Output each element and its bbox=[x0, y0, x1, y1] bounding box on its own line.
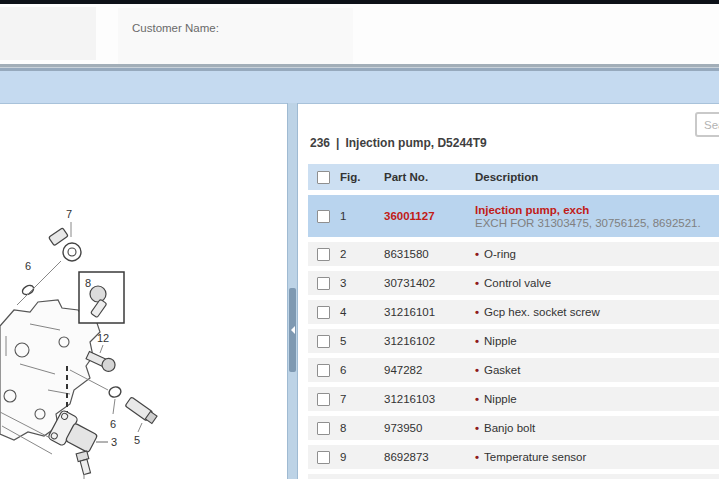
table-row[interactable]: 136001127Injection pump, exchEXCH FOR 31… bbox=[308, 195, 719, 237]
injection-pump-diagram: 7 6 8 12 bbox=[0, 104, 287, 479]
table-row[interactable]: 731216103•Nipple bbox=[308, 387, 719, 411]
diagram-panel: 7 6 8 12 bbox=[0, 103, 287, 479]
table-row[interactable]: 531216102•Nipple bbox=[308, 329, 719, 353]
customer-name-label: Customer Name: bbox=[132, 22, 219, 34]
table-row[interactable]: 28631580•O-ring bbox=[308, 242, 719, 266]
part-description: •Gasket bbox=[475, 364, 719, 376]
bullet-icon: • bbox=[475, 248, 479, 260]
row-checkbox[interactable] bbox=[317, 393, 330, 406]
part-number: 973950 bbox=[384, 422, 475, 434]
o-ring-drawing bbox=[108, 385, 123, 399]
bullet-icon: • bbox=[475, 306, 479, 318]
part-number: 31216101 bbox=[384, 306, 475, 318]
column-header-description: Description bbox=[475, 171, 719, 183]
part-description: •Nipple bbox=[475, 335, 719, 347]
part-number: 30731402 bbox=[384, 277, 475, 289]
part-description: •O-ring bbox=[475, 248, 719, 260]
table-row[interactable]: 431216101•Gcp hex. socket screw bbox=[308, 300, 719, 324]
column-header-part: Part No. bbox=[384, 171, 475, 183]
part-description: •Control valve bbox=[475, 277, 719, 289]
parts-list-panel: 236|Injection pump, D5244T9 Fig. Part No… bbox=[298, 103, 719, 479]
callout-5: 5 bbox=[134, 434, 140, 446]
row-checkbox[interactable] bbox=[317, 422, 330, 435]
bullet-icon: • bbox=[475, 451, 479, 463]
fig-number: 5 bbox=[340, 335, 384, 347]
part-description: Injection pump, exchEXCH FOR 31303475, 3… bbox=[475, 203, 719, 230]
part-description: •Temperature sensor bbox=[475, 451, 719, 463]
table-row[interactable]: 10947283•Gasket bbox=[308, 474, 719, 479]
part-description: •Banjo bolt bbox=[475, 422, 719, 434]
part-number: 947282 bbox=[384, 364, 475, 376]
exchange-note: EXCH FOR 31303475, 30756125, 8692521. bbox=[475, 217, 719, 230]
callout-7: 7 bbox=[66, 208, 72, 220]
bullet-icon: • bbox=[475, 335, 479, 347]
callout-8: 8 bbox=[85, 277, 91, 289]
column-header-fig: Fig. bbox=[340, 171, 384, 183]
row-checkbox[interactable] bbox=[317, 306, 330, 319]
callout-6-upper: 6 bbox=[25, 260, 31, 272]
part-number: 31216102 bbox=[384, 335, 475, 347]
part-number: 31216103 bbox=[384, 393, 475, 405]
table-row[interactable]: 98692873•Temperature sensor bbox=[308, 445, 719, 469]
section-name: Injection pump, D5244T9 bbox=[345, 136, 486, 150]
customer-info-box: Customer Name: bbox=[118, 8, 353, 64]
row-checkbox[interactable] bbox=[317, 277, 330, 290]
table-row[interactable]: 330731402•Control valve bbox=[308, 271, 719, 295]
toolbar-band bbox=[0, 68, 719, 103]
row-checkbox[interactable] bbox=[317, 451, 330, 464]
fig-number: 7 bbox=[340, 393, 384, 405]
bullet-icon: • bbox=[475, 364, 479, 376]
row-checkbox[interactable] bbox=[317, 210, 330, 223]
top-left-panel bbox=[0, 7, 96, 60]
bullet-icon: • bbox=[475, 422, 479, 434]
table-row[interactable]: 8973950•Banjo bolt bbox=[308, 416, 719, 440]
part-number: 8631580 bbox=[384, 248, 475, 260]
splitter-drag-handle[interactable] bbox=[289, 288, 296, 372]
parts-table: Fig. Part No. Description 136001127Injec… bbox=[308, 164, 719, 479]
row-checkbox[interactable] bbox=[317, 364, 330, 377]
section-title: 236|Injection pump, D5244T9 bbox=[310, 136, 487, 150]
table-header-row: Fig. Part No. Description bbox=[308, 164, 719, 190]
fig-number: 2 bbox=[340, 248, 384, 260]
search-input[interactable] bbox=[695, 112, 719, 137]
callout-6-lower: 6 bbox=[110, 418, 116, 430]
callout-3: 3 bbox=[111, 436, 117, 448]
fig-number: 4 bbox=[340, 306, 384, 318]
table-row[interactable]: 6947282•Gasket bbox=[308, 358, 719, 382]
section-separator: | bbox=[336, 136, 339, 150]
row-checkbox[interactable] bbox=[317, 335, 330, 348]
bullet-icon: • bbox=[475, 393, 479, 405]
table-body: 136001127Injection pump, exchEXCH FOR 31… bbox=[308, 195, 719, 479]
section-number: 236 bbox=[310, 136, 330, 150]
part-description: •Nipple bbox=[475, 393, 719, 405]
panel-splitter[interactable] bbox=[287, 103, 298, 479]
main-content: 7 6 8 12 bbox=[0, 103, 719, 479]
part-number: 36001127 bbox=[384, 210, 475, 222]
fig-number: 1 bbox=[340, 210, 384, 222]
fig-number: 6 bbox=[340, 364, 384, 376]
row-checkbox[interactable] bbox=[317, 248, 330, 261]
select-all-checkbox[interactable] bbox=[317, 171, 330, 184]
parts-catalog-window: Customer Name: 7 bbox=[0, 0, 719, 479]
fig-number: 9 bbox=[340, 451, 384, 463]
part-description: •Gcp hex. socket screw bbox=[475, 306, 719, 318]
banjo-bolt-drawing bbox=[49, 228, 81, 261]
top-bar: Customer Name: bbox=[0, 4, 719, 64]
nipple-drawing bbox=[125, 397, 158, 424]
callout-12: 12 bbox=[97, 332, 109, 344]
fig-number: 8 bbox=[340, 422, 384, 434]
bolt-2-drawing bbox=[76, 451, 92, 475]
bullet-icon: • bbox=[475, 277, 479, 289]
part-number: 8692873 bbox=[384, 451, 475, 463]
inset-box: 8 bbox=[79, 272, 124, 323]
collapse-left-arrow-icon bbox=[291, 326, 295, 334]
fig-number: 3 bbox=[340, 277, 384, 289]
